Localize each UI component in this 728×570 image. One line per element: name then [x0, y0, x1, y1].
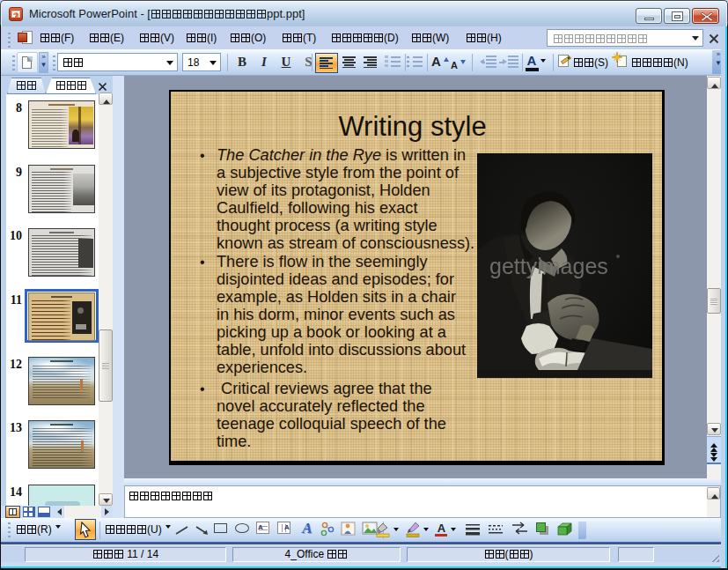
svg-text:gettyimages: gettyimages — [489, 254, 608, 278]
